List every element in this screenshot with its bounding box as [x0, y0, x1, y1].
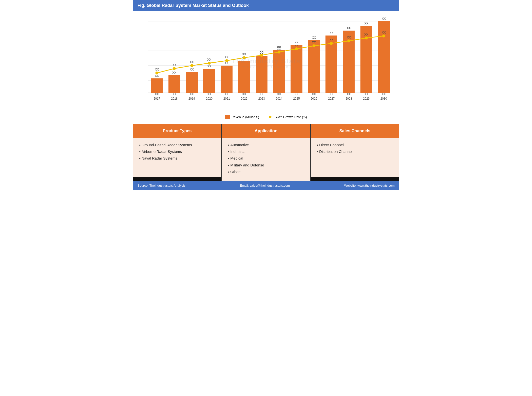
svg-rect-34 — [273, 50, 285, 93]
svg-text:XX: XX — [312, 92, 316, 96]
application-item-1: Automotive — [230, 143, 249, 147]
svg-text:XX: XX — [329, 92, 333, 96]
svg-text:XX: XX — [260, 50, 264, 54]
svg-text:XX: XX — [155, 74, 159, 78]
legend-revenue-icon — [225, 115, 230, 119]
list-item: Ground-Based Radar Systems — [139, 143, 215, 147]
legend-revenue: Revenue (Million $) — [225, 115, 259, 119]
product-types-box: Product Types Ground-Based Radar Systems… — [133, 124, 222, 181]
svg-text:2025: 2025 — [293, 97, 300, 100]
svg-text:XX: XX — [347, 92, 351, 96]
svg-text:XX: XX — [364, 22, 368, 25]
application-content: Automotive Industrial Medical Military a… — [222, 138, 310, 181]
svg-rect-14 — [186, 72, 198, 93]
product-type-item-1: Ground-Based Radar Systems — [142, 143, 192, 147]
svg-text:XX: XX — [382, 92, 386, 96]
svg-point-75 — [382, 35, 385, 37]
svg-point-72 — [330, 42, 333, 45]
product-types-header: Product Types — [133, 124, 221, 138]
svg-point-65 — [208, 62, 211, 65]
svg-text:XX: XX — [364, 33, 368, 36]
sales-channels-content: Direct Channel Distribution Channel — [311, 138, 399, 177]
svg-text:XX: XX — [207, 58, 211, 61]
list-item: Direct Channel — [317, 143, 393, 147]
svg-text:2029: 2029 — [363, 97, 370, 100]
footer-website: Website: www.theindustrystats.com — [344, 184, 395, 187]
svg-point-73 — [347, 39, 350, 42]
svg-text:XX: XX — [347, 26, 351, 30]
svg-point-62 — [155, 72, 158, 74]
svg-text:XX: XX — [172, 92, 176, 96]
sales-channels-list: Direct Channel Distribution Channel — [317, 143, 393, 154]
svg-text:2022: 2022 — [241, 97, 247, 100]
svg-point-71 — [312, 44, 315, 47]
product-type-item-3: Naval Radar Systems — [142, 156, 177, 160]
svg-text:2024: 2024 — [276, 97, 283, 100]
svg-text:XX: XX — [155, 68, 159, 71]
svg-rect-30 — [256, 56, 267, 93]
svg-point-70 — [295, 47, 298, 50]
chart-title: Fig. Global Radar System Market Status a… — [137, 3, 249, 8]
svg-text:XX: XX — [312, 36, 316, 39]
svg-text:XX: XX — [312, 41, 316, 44]
list-item: Distribution Channel — [317, 149, 393, 154]
footer: Source: Theindustrystats Analysis Email:… — [133, 181, 399, 190]
chart-area: The Industry Stats market research XX XX… — [138, 16, 394, 110]
legend-revenue-label: Revenue (Million $) — [231, 115, 259, 119]
chart-legend: Revenue (Million $) Y-oY Growth Rate (%) — [138, 112, 394, 121]
product-types-content: Ground-Based Radar Systems Airborne Rada… — [133, 138, 221, 177]
svg-text:XX: XX — [242, 92, 246, 96]
product-type-item-2: Airborne Radar Systems — [142, 149, 182, 154]
svg-text:XX: XX — [329, 38, 333, 42]
svg-text:XX: XX — [260, 92, 264, 96]
product-types-title: Product Types — [163, 128, 192, 133]
svg-rect-22 — [221, 66, 233, 93]
svg-text:XX: XX — [207, 92, 211, 96]
legend-growth-label: Y-oY Growth Rate (%) — [275, 115, 307, 119]
application-item-3: Medical — [230, 156, 243, 160]
sales-channels-title: Sales Channels — [339, 128, 370, 133]
chart-svg: XX XX 2017 XX XX 2018 XX XX 2019 XX XX 2… — [138, 16, 394, 110]
application-item-4: Military and Defense — [230, 163, 264, 167]
list-item: Others — [228, 170, 304, 174]
svg-point-63 — [173, 67, 176, 70]
application-title: Application — [255, 128, 278, 133]
svg-text:2027: 2027 — [328, 97, 335, 100]
sales-channels-header: Sales Channels — [311, 124, 399, 138]
application-item-2: Industrial — [230, 149, 246, 154]
sales-channel-item-1: Direct Channel — [319, 143, 344, 147]
svg-text:XX: XX — [190, 68, 194, 71]
svg-point-66 — [225, 59, 228, 62]
list-item: Medical — [228, 156, 304, 161]
footer-email: Email: sales@theindustrystats.com — [240, 184, 290, 187]
svg-rect-26 — [238, 61, 250, 93]
svg-text:2021: 2021 — [223, 97, 230, 100]
svg-text:XX: XX — [329, 31, 333, 35]
svg-text:XX: XX — [207, 65, 211, 68]
svg-rect-42 — [308, 40, 320, 93]
svg-text:XX: XX — [382, 31, 386, 34]
svg-text:XX: XX — [172, 63, 176, 67]
svg-rect-6 — [151, 78, 163, 93]
svg-point-67 — [243, 56, 246, 59]
svg-point-68 — [260, 54, 263, 57]
list-item: Military and Defense — [228, 163, 304, 168]
svg-text:2017: 2017 — [153, 97, 160, 100]
svg-text:XX: XX — [382, 17, 386, 20]
svg-point-64 — [190, 64, 193, 67]
page-header: Fig. Global Radar System Market Status a… — [133, 0, 399, 11]
svg-text:2023: 2023 — [258, 97, 265, 100]
svg-text:2026: 2026 — [311, 97, 317, 100]
svg-point-74 — [365, 36, 368, 39]
application-header: Application — [222, 124, 310, 138]
svg-text:XX: XX — [277, 92, 281, 96]
list-item: Naval Radar Systems — [139, 156, 215, 161]
svg-text:XX: XX — [364, 92, 368, 96]
svg-text:XX: XX — [347, 36, 351, 39]
footer-source: Source: Theindustrystats Analysis — [137, 184, 186, 187]
list-item: Automotive — [228, 143, 304, 147]
svg-text:XX: XX — [190, 60, 194, 64]
list-item: Airborne Radar Systems — [139, 149, 215, 154]
svg-text:XX: XX — [277, 47, 281, 50]
svg-text:XX: XX — [242, 53, 246, 56]
